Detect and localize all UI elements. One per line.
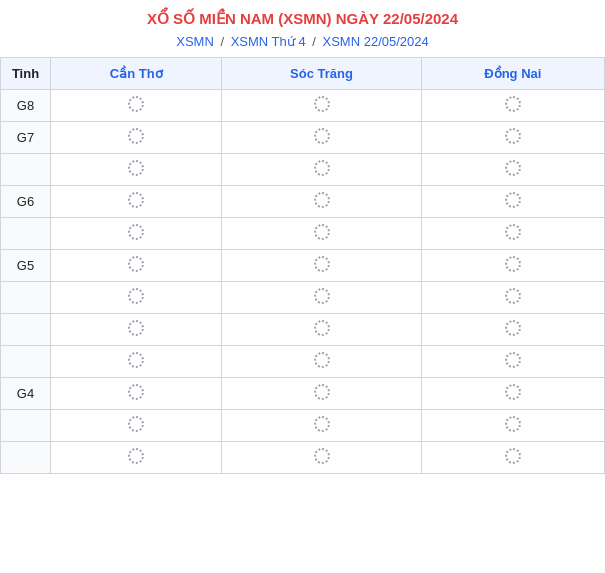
loading-spinner	[314, 416, 330, 432]
spinner-cell-4-1	[222, 218, 421, 250]
loading-spinner	[128, 416, 144, 432]
breadcrumb-xsmn[interactable]: XSMN	[176, 34, 214, 49]
row-label-1: G7	[1, 122, 51, 154]
spinner-cell-5-1	[222, 250, 421, 282]
spinner-cell-3-2	[421, 186, 604, 218]
breadcrumb-sep-2: /	[312, 34, 319, 49]
spinner-cell-1-2	[421, 122, 604, 154]
loading-spinner	[505, 352, 521, 368]
spinner-cell-1-0	[51, 122, 222, 154]
page-title: XỔ SỐ MIỀN NAM (XSMN) NGÀY 22/05/2024	[0, 0, 605, 32]
spinner-cell-3-1	[222, 186, 421, 218]
spinner-cell-7-1	[222, 314, 421, 346]
spinner-cell-0-1	[222, 90, 421, 122]
spinner-cell-3-0	[51, 186, 222, 218]
spinner-cell-11-0	[51, 442, 222, 474]
loading-spinner	[505, 224, 521, 240]
spinner-cell-2-0	[51, 154, 222, 186]
spinner-cell-0-2	[421, 90, 604, 122]
spinner-cell-10-2	[421, 410, 604, 442]
loading-spinner	[128, 448, 144, 464]
spinner-cell-4-2	[421, 218, 604, 250]
row-label-4	[1, 218, 51, 250]
spinner-cell-5-0	[51, 250, 222, 282]
loading-spinner	[314, 192, 330, 208]
row-label-8	[1, 346, 51, 378]
spinner-cell-8-2	[421, 346, 604, 378]
row-label-11	[1, 442, 51, 474]
breadcrumb-sep-1: /	[220, 34, 227, 49]
spinner-cell-10-0	[51, 410, 222, 442]
loading-spinner	[314, 160, 330, 176]
loading-spinner	[505, 192, 521, 208]
row-label-7	[1, 314, 51, 346]
spinner-cell-11-1	[222, 442, 421, 474]
spinner-cell-10-1	[222, 410, 421, 442]
loading-spinner	[505, 384, 521, 400]
spinner-cell-8-0	[51, 346, 222, 378]
row-label-6	[1, 282, 51, 314]
spinner-cell-8-1	[222, 346, 421, 378]
loading-spinner	[128, 192, 144, 208]
row-label-3: G6	[1, 186, 51, 218]
page-wrapper: XỔ SỐ MIỀN NAM (XSMN) NGÀY 22/05/2024 XS…	[0, 0, 605, 474]
spinner-cell-11-2	[421, 442, 604, 474]
spinner-cell-5-2	[421, 250, 604, 282]
loading-spinner	[128, 384, 144, 400]
col-header-can-tho[interactable]: Cần Thơ	[51, 58, 222, 90]
loading-spinner	[314, 448, 330, 464]
loading-spinner	[314, 352, 330, 368]
breadcrumb-xsmn-thu4[interactable]: XSMN Thứ 4	[231, 34, 306, 49]
spinner-cell-2-2	[421, 154, 604, 186]
spinner-cell-6-0	[51, 282, 222, 314]
loading-spinner	[505, 416, 521, 432]
breadcrumb-xsmn-date[interactable]: XSMN 22/05/2024	[323, 34, 429, 49]
loading-spinner	[314, 288, 330, 304]
spinner-cell-7-2	[421, 314, 604, 346]
loading-spinner	[128, 288, 144, 304]
loading-spinner	[505, 448, 521, 464]
loading-spinner	[505, 288, 521, 304]
loading-spinner	[314, 96, 330, 112]
loading-spinner	[314, 224, 330, 240]
row-label-2	[1, 154, 51, 186]
loading-spinner	[314, 384, 330, 400]
row-label-10	[1, 410, 51, 442]
loading-spinner	[505, 160, 521, 176]
spinner-cell-9-1	[222, 378, 421, 410]
loading-spinner	[128, 160, 144, 176]
col-header-dong-nai[interactable]: Đồng Nai	[421, 58, 604, 90]
loading-spinner	[314, 128, 330, 144]
spinner-cell-1-1	[222, 122, 421, 154]
loading-spinner	[505, 256, 521, 272]
spinner-cell-0-0	[51, 90, 222, 122]
results-table: Tinh Cần Thơ Sóc Trăng Đồng Nai G8G7G6G5…	[0, 57, 605, 474]
spinner-cell-2-1	[222, 154, 421, 186]
spinner-cell-6-1	[222, 282, 421, 314]
loading-spinner	[128, 224, 144, 240]
spinner-cell-7-0	[51, 314, 222, 346]
breadcrumb: XSMN / XSMN Thứ 4 / XSMN 22/05/2024	[0, 32, 605, 57]
row-label-5: G5	[1, 250, 51, 282]
loading-spinner	[314, 256, 330, 272]
loading-spinner	[128, 96, 144, 112]
loading-spinner	[128, 256, 144, 272]
loading-spinner	[314, 320, 330, 336]
loading-spinner	[128, 320, 144, 336]
loading-spinner	[128, 352, 144, 368]
spinner-cell-9-2	[421, 378, 604, 410]
loading-spinner	[505, 128, 521, 144]
loading-spinner	[505, 96, 521, 112]
spinner-cell-4-0	[51, 218, 222, 250]
col-header-tinh: Tinh	[1, 58, 51, 90]
spinner-cell-6-2	[421, 282, 604, 314]
spinner-cell-9-0	[51, 378, 222, 410]
row-label-0: G8	[1, 90, 51, 122]
loading-spinner	[128, 128, 144, 144]
loading-spinner	[505, 320, 521, 336]
col-header-soc-trang[interactable]: Sóc Trăng	[222, 58, 421, 90]
row-label-9: G4	[1, 378, 51, 410]
